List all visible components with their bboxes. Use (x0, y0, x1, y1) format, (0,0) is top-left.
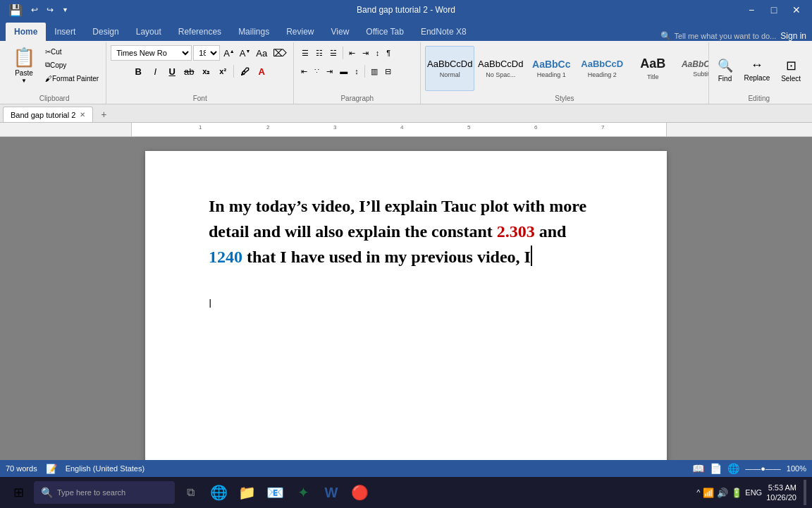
ruler: 1 2 3 4 5 6 7 (0, 123, 812, 137)
highlight-color-btn[interactable]: 🖊 (237, 64, 252, 79)
replace-button[interactable]: ↔ Replace (740, 50, 775, 90)
system-clock[interactable]: 5:53 AM 10/26/20 (766, 483, 796, 503)
font-size-select[interactable]: 18 (193, 45, 220, 61)
line-spacing-btn[interactable]: ↕ (352, 64, 362, 79)
decrease-font-size-btn[interactable]: A▼ (238, 47, 253, 59)
chrome-icon[interactable]: 🌐 (206, 480, 231, 505)
document-text[interactable]: In my today’s video, I’ll explain Tauc p… (209, 193, 603, 270)
tab-home[interactable]: Home (6, 23, 46, 41)
numbering-btn[interactable]: ☷ (313, 45, 326, 61)
increase-font-size-btn[interactable]: A▲ (221, 47, 237, 59)
copy-button[interactable]: ⧉ Copy (42, 59, 102, 71)
word-count-display[interactable]: 70 words (6, 464, 37, 473)
underline-btn[interactable]: U (164, 64, 180, 79)
proofing-icon[interactable]: 📝 (46, 464, 57, 474)
read-mode-btn[interactable]: 📖 (692, 463, 704, 474)
language-display[interactable]: English (United States) (66, 464, 145, 473)
borders-btn[interactable]: ⊟ (382, 64, 394, 79)
undo-btn[interactable]: ↩ (28, 4, 41, 16)
show-desktop-btn[interactable] (804, 480, 806, 505)
show-hide-btn[interactable]: ¶ (383, 45, 393, 61)
tab-references[interactable]: References (170, 23, 230, 41)
format-painter-button[interactable]: 🖌 Format Painter (42, 72, 102, 85)
ruler-mark-3: 3 (333, 124, 336, 131)
tab-review[interactable]: Review (278, 23, 322, 41)
network-icon[interactable]: 📶 (703, 488, 714, 498)
ruler-mark-2: 2 (266, 124, 269, 131)
increase-indent-btn[interactable]: ⇥ (359, 45, 371, 61)
bold-btn[interactable]: B (130, 64, 146, 79)
doc-tab-close[interactable]: ✕ (80, 111, 85, 119)
close-btn[interactable]: ✕ (787, 0, 806, 20)
tab-layout[interactable]: Layout (128, 23, 170, 41)
excel-icon[interactable]: ✦ (290, 480, 316, 505)
decrease-indent-btn[interactable]: ⇤ (346, 45, 358, 61)
battery-icon[interactable]: 🔋 (731, 488, 742, 498)
zoom-slider[interactable]: ——●—— (745, 464, 781, 473)
select-button[interactable]: ⊡ Select (777, 50, 805, 90)
style-no-spacing[interactable]: AaBbCcDd No Spac... (476, 46, 525, 91)
change-case-btn[interactable]: Aa (254, 47, 269, 59)
tray-arrow[interactable]: ^ (696, 488, 700, 497)
ribbon: 📋 Paste ▼ ✂ Cut ⧉ Copy 🖌 Format P (0, 41, 812, 104)
style-heading1-preview: AaBbCc (532, 59, 570, 71)
start-button[interactable]: ⊞ (6, 480, 31, 505)
ribbon-search[interactable]: Tell me what you want to do... (674, 32, 776, 40)
font-family-select[interactable]: Times New Ro (111, 45, 192, 61)
italic-btn[interactable]: I (147, 64, 163, 79)
multilevel-btn[interactable]: ☱ (327, 45, 340, 61)
app-icon[interactable]: 🔴 (347, 480, 372, 505)
strikethrough-btn[interactable]: ab (181, 64, 197, 79)
word-icon[interactable]: W (319, 480, 344, 505)
ruler-mark-5: 5 (467, 124, 470, 131)
window-controls: − □ ✕ (742, 0, 806, 20)
maximize-btn[interactable]: □ (764, 0, 784, 20)
task-view-btn[interactable]: ⧉ (178, 480, 203, 505)
justify-btn[interactable]: ▬ (337, 64, 350, 79)
bullets-btn[interactable]: ☰ (299, 45, 312, 61)
style-heading2[interactable]: AaBbCcD Heading 2 (577, 46, 627, 91)
redo-btn[interactable]: ↪ (44, 4, 56, 16)
tab-view[interactable]: View (323, 23, 358, 41)
align-center-btn[interactable]: ∵ (312, 64, 322, 79)
outlook-icon[interactable]: 📧 (262, 480, 288, 505)
style-title[interactable]: AaB Title (628, 46, 677, 91)
sort-btn[interactable]: ↕ (373, 45, 383, 61)
font-color-btn[interactable]: A (254, 64, 269, 79)
find-button[interactable]: 🔍 Find (713, 50, 737, 90)
tab-design[interactable]: Design (84, 23, 127, 41)
superscript-btn[interactable]: x² (215, 64, 230, 79)
style-normal[interactable]: AaBbCcDd Normal (425, 46, 474, 91)
paste-button[interactable]: 📋 Paste ▼ (7, 45, 41, 85)
doc-tab-bandgap[interactable]: Band gap tutorial 2 ✕ (3, 107, 93, 122)
quick-access-toolbar: 💾 ↩ ↪ ▼ (6, 2, 71, 18)
web-layout-btn[interactable]: 🌐 (727, 463, 739, 474)
clear-format-btn[interactable]: ⌦ (271, 47, 289, 59)
tab-office-tab[interactable]: Office Tab (357, 23, 412, 41)
new-tab-button[interactable]: + (96, 107, 111, 122)
taskbar-search[interactable]: 🔍 (34, 481, 175, 504)
main-content: In my today’s video, I’ll explain Tauc p… (0, 137, 812, 460)
minimize-btn[interactable]: − (742, 0, 761, 20)
style-subtitle[interactable]: AaBbCcDd Subtitle (679, 46, 708, 91)
zoom-level: 100% (787, 464, 806, 473)
tab-mailings[interactable]: Mailings (230, 23, 278, 41)
align-left-btn[interactable]: ⇤ (298, 64, 310, 79)
align-right-btn[interactable]: ⇥ (324, 64, 336, 79)
document-page[interactable]: In my today’s video, I’ll explain Tauc p… (145, 151, 667, 460)
files-icon[interactable]: 📁 (234, 480, 259, 505)
volume-icon[interactable]: 🔊 (717, 488, 728, 498)
shading-btn[interactable]: ▥ (368, 64, 381, 79)
style-heading1[interactable]: AaBbCc Heading 1 (527, 46, 576, 91)
subscript-btn[interactable]: x₂ (198, 64, 214, 79)
sign-in-btn[interactable]: Sign in (780, 31, 806, 41)
print-layout-btn[interactable]: 📄 (710, 463, 722, 474)
quick-access-more[interactable]: ▼ (59, 5, 71, 15)
paste-dropdown-arrow[interactable]: ▼ (21, 78, 27, 84)
tab-endnote[interactable]: EndNote X8 (412, 23, 475, 41)
language-indicator[interactable]: ENG (745, 488, 762, 497)
tab-insert[interactable]: Insert (46, 23, 84, 41)
editing-label: Editing (713, 95, 806, 104)
taskbar-search-input[interactable] (57, 488, 168, 497)
cut-button[interactable]: ✂ Cut (42, 45, 102, 58)
